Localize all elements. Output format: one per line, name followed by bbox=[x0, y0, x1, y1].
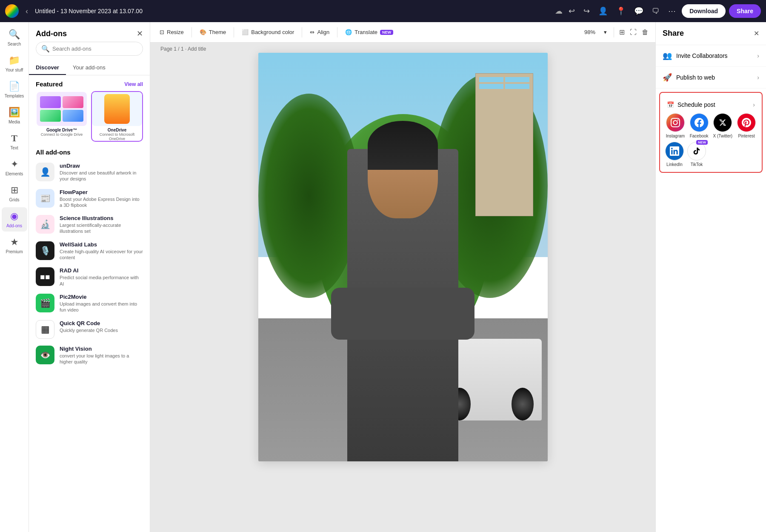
cloud-icon: ☁ bbox=[555, 6, 563, 16]
addons-title: Add-ons bbox=[36, 29, 67, 38]
toolbar-sep-4 bbox=[337, 27, 337, 37]
sidebar-item-your-stuff[interactable]: 📁 Your stuff bbox=[2, 51, 27, 76]
sidebar-label-premium: Premium bbox=[6, 249, 23, 254]
document-title: Untitled - 13 November 2023 at 13.07.00 bbox=[35, 8, 552, 14]
sidebar-item-search[interactable]: 🔍 Search bbox=[2, 26, 27, 50]
account-button[interactable]: 👤 bbox=[596, 4, 610, 18]
theme-button[interactable]: 🎨 Theme bbox=[195, 26, 230, 38]
zoom-value-button[interactable]: 98% bbox=[581, 27, 599, 37]
flowpaper-name: FlowPaper bbox=[60, 189, 143, 195]
location-button[interactable]: 📍 bbox=[614, 4, 628, 18]
premium-icon: ★ bbox=[10, 237, 19, 248]
sidebar-label-search: Search bbox=[8, 42, 21, 46]
addon-item-radai[interactable]: ◼◼ RAD AI Predict social media performan… bbox=[29, 264, 150, 290]
publish-icon: 🚀 bbox=[663, 73, 672, 82]
resize-icon: ⊡ bbox=[160, 29, 164, 35]
nightvision-icon: 👁️ bbox=[36, 346, 54, 364]
addons-search-input[interactable] bbox=[52, 46, 137, 52]
person-hair bbox=[368, 121, 438, 169]
download-button[interactable]: Download bbox=[682, 4, 726, 18]
tiktok-label: TikTok bbox=[691, 162, 703, 167]
social-twitter[interactable]: X (Twitter) bbox=[713, 113, 733, 138]
sidebar-item-grids[interactable]: ⊞ Grids bbox=[2, 181, 27, 206]
comment-button[interactable]: 💬 bbox=[632, 4, 646, 18]
wellsaid-icon: 🎙️ bbox=[36, 241, 54, 260]
view-all-button[interactable]: View all bbox=[124, 81, 143, 87]
collaborators-icon: 👥 bbox=[663, 51, 672, 60]
grids-icon: ⊞ bbox=[11, 185, 18, 196]
sidebar-label-your-stuff: Your stuff bbox=[6, 68, 23, 72]
person-head bbox=[368, 121, 438, 218]
sidebar-item-premium[interactable]: ★ Premium bbox=[2, 233, 27, 257]
sidebar-item-elements[interactable]: ✦ Elements bbox=[2, 155, 27, 180]
schedule-icon: 📅 bbox=[667, 101, 674, 108]
sidebar-item-media[interactable]: 🖼️ Media bbox=[2, 103, 27, 128]
social-linkedin[interactable]: LinkedIn bbox=[665, 142, 684, 167]
invite-collaborators-option[interactable]: 👥 Invite Collaborators › bbox=[656, 45, 766, 67]
sidebar-item-text[interactable]: T Text bbox=[2, 129, 27, 154]
share-button[interactable]: Share bbox=[729, 4, 761, 18]
qrcode-text: Quick QR Code Quickly generate QR Codes bbox=[60, 320, 143, 333]
addon-item-wellsaid[interactable]: 🎙️ WellSaid Labs Create high-quality AI … bbox=[29, 238, 150, 264]
wellsaid-text: WellSaid Labs Create high-quality AI voi… bbox=[60, 241, 143, 261]
back-button[interactable]: ‹ bbox=[22, 5, 31, 17]
featured-card-gdrive[interactable]: Google Drive™ Connect to Google Drive bbox=[36, 91, 88, 142]
schedule-row[interactable]: 📅 Schedule post › bbox=[665, 98, 757, 113]
addon-item-science[interactable]: 🔬 Science Illustrations Largest scientif… bbox=[29, 212, 150, 238]
building-windows bbox=[476, 74, 533, 92]
more-button[interactable]: ⋯ bbox=[666, 4, 678, 18]
addon-item-undraw[interactable]: 👤 unDraw Discover and use beautiful artw… bbox=[29, 159, 150, 186]
addon-item-pic2movie[interactable]: 🎬 Pic2Movie Upload images and convert th… bbox=[29, 290, 150, 317]
social-facebook[interactable]: Facebook bbox=[689, 113, 709, 138]
page-grid-button[interactable]: ⊞ bbox=[617, 26, 626, 38]
tab-discover[interactable]: Discover bbox=[29, 61, 66, 75]
sidebar-label-templates: Templates bbox=[5, 94, 24, 98]
linkedin-label: LinkedIn bbox=[666, 162, 683, 167]
translate-button[interactable]: 🌐 Translate NEW bbox=[341, 26, 397, 38]
flowpaper-icon: 📰 bbox=[36, 189, 54, 208]
chat-button[interactable]: 🗨 bbox=[649, 4, 662, 18]
share-close-button[interactable]: ✕ bbox=[754, 29, 759, 37]
publish-to-web-option[interactable]: 🚀 Publish to web › bbox=[656, 67, 766, 89]
theme-label: Theme bbox=[209, 29, 226, 35]
social-pinterest[interactable]: Pinterest bbox=[736, 113, 757, 138]
canvas-page[interactable] bbox=[258, 53, 548, 461]
theme-icon: 🎨 bbox=[200, 29, 206, 35]
gdrive-thumbs bbox=[37, 93, 87, 125]
redo-button[interactable]: ↪ bbox=[581, 4, 592, 18]
publish-chevron: › bbox=[757, 74, 759, 81]
social-instagram[interactable]: Instagram bbox=[665, 113, 686, 138]
undo-button[interactable]: ↩ bbox=[566, 4, 577, 18]
undraw-name: unDraw bbox=[60, 163, 143, 169]
translate-icon: 🌐 bbox=[345, 29, 352, 35]
new-badge: NEW bbox=[380, 30, 393, 35]
search-icon: 🔍 bbox=[9, 29, 20, 40]
pic2movie-desc: Upload images and convert them into fun … bbox=[60, 301, 143, 313]
social-tiktok[interactable]: NEW TikTok bbox=[687, 142, 706, 167]
publish-option-left: 🚀 Publish to web bbox=[663, 73, 715, 82]
onedrive-card-sub: Connect to Microsoft OneDrive bbox=[92, 132, 142, 141]
align-button[interactable]: ⇔ Align bbox=[306, 26, 334, 38]
addons-search-bar[interactable]: 🔍 bbox=[36, 42, 143, 56]
sidebar-item-templates[interactable]: 📄 Templates bbox=[2, 77, 27, 102]
fullscreen-button[interactable]: ⛶ bbox=[628, 27, 638, 38]
zoom-dropdown-button[interactable]: ▾ bbox=[600, 27, 610, 37]
pinterest-icon bbox=[737, 113, 756, 132]
featured-card-onedrive[interactable]: OneDrive Connect to Microsoft OneDrive bbox=[91, 91, 143, 142]
addon-item-nightvision[interactable]: 👁️ Night Vision convert your low light i… bbox=[29, 342, 150, 369]
trash-button[interactable]: 🗑 bbox=[640, 27, 650, 38]
addon-item-flowpaper[interactable]: 📰 FlowPaper Boost your Adobe Express Des… bbox=[29, 186, 150, 212]
resize-button[interactable]: ⊡ Resize bbox=[155, 26, 188, 38]
sidebar-label-media: Media bbox=[9, 120, 20, 124]
background-color-button[interactable]: ⬜ Background color bbox=[237, 26, 298, 38]
tab-your-addons[interactable]: Your add-ons bbox=[66, 61, 112, 75]
gdrive-thumb-4 bbox=[63, 110, 83, 122]
instagram-icon bbox=[666, 113, 685, 132]
sidebar-item-addons[interactable]: ◉ Add-ons bbox=[2, 207, 27, 232]
onedrive-person-figure bbox=[104, 94, 130, 124]
addons-close-button[interactable]: ✕ bbox=[137, 29, 143, 38]
addons-panel: Add-ons ✕ 🔍 Discover Your add-ons Featur… bbox=[29, 22, 150, 532]
addon-item-qrcode[interactable]: ▦ Quick QR Code Quickly generate QR Code… bbox=[29, 317, 150, 342]
gdrive-card-name: Google Drive™ bbox=[37, 128, 87, 132]
facebook-icon bbox=[690, 113, 709, 132]
